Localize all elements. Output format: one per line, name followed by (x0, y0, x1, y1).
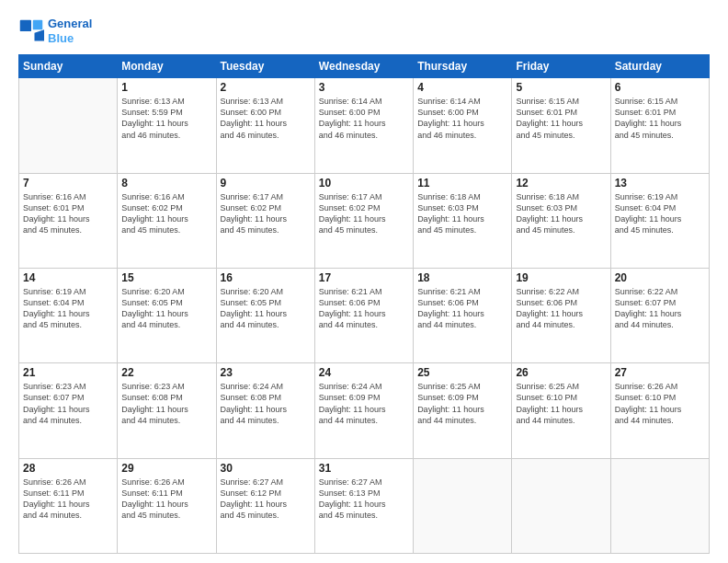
calendar-cell: 31Sunrise: 6:27 AM Sunset: 6:13 PM Dayli… (314, 458, 413, 553)
calendar-cell: 27Sunrise: 6:26 AM Sunset: 6:10 PM Dayli… (610, 363, 709, 458)
day-info: Sunrise: 6:16 AM Sunset: 6:01 PM Dayligh… (23, 191, 113, 236)
day-info: Sunrise: 6:21 AM Sunset: 6:06 PM Dayligh… (417, 286, 507, 331)
day-info: Sunrise: 6:21 AM Sunset: 6:06 PM Dayligh… (319, 286, 409, 331)
col-header-saturday: Saturday (610, 55, 709, 78)
col-header-tuesday: Tuesday (216, 55, 314, 78)
day-number: 26 (516, 366, 606, 379)
calendar-cell: 8Sunrise: 6:16 AM Sunset: 6:02 PM Daylig… (118, 173, 216, 268)
calendar-cell: 18Sunrise: 6:21 AM Sunset: 6:06 PM Dayli… (414, 268, 512, 362)
calendar-cell: 5Sunrise: 6:15 AM Sunset: 6:01 PM Daylig… (512, 78, 610, 173)
svg-marker-2 (35, 29, 45, 40)
day-number: 25 (417, 366, 507, 379)
day-info: Sunrise: 6:16 AM Sunset: 6:02 PM Dayligh… (121, 191, 211, 236)
day-number: 10 (319, 177, 409, 190)
page: General Blue SundayMondayTuesdayWednesda… (0, 0, 728, 563)
day-number: 6 (615, 81, 705, 94)
day-number: 16 (221, 271, 311, 284)
day-info: Sunrise: 6:24 AM Sunset: 6:09 PM Dayligh… (319, 381, 409, 426)
calendar-cell: 2Sunrise: 6:13 AM Sunset: 6:00 PM Daylig… (216, 78, 314, 173)
calendar-cell: 11Sunrise: 6:18 AM Sunset: 6:03 PM Dayli… (414, 173, 512, 268)
calendar-cell: 12Sunrise: 6:18 AM Sunset: 6:03 PM Dayli… (512, 173, 610, 268)
day-info: Sunrise: 6:14 AM Sunset: 6:00 PM Dayligh… (319, 96, 409, 141)
day-number: 21 (23, 366, 113, 379)
day-number: 3 (319, 81, 409, 94)
day-info: Sunrise: 6:20 AM Sunset: 6:05 PM Dayligh… (221, 286, 311, 331)
calendar-cell: 21Sunrise: 6:23 AM Sunset: 6:07 PM Dayli… (19, 363, 118, 458)
day-info: Sunrise: 6:27 AM Sunset: 6:13 PM Dayligh… (319, 477, 409, 522)
day-info: Sunrise: 6:15 AM Sunset: 6:01 PM Dayligh… (615, 96, 705, 141)
calendar-cell: 6Sunrise: 6:15 AM Sunset: 6:01 PM Daylig… (610, 78, 709, 173)
day-info: Sunrise: 6:19 AM Sunset: 6:04 PM Dayligh… (615, 191, 705, 236)
col-header-thursday: Thursday (414, 55, 512, 78)
day-info: Sunrise: 6:23 AM Sunset: 6:08 PM Dayligh… (121, 381, 211, 426)
calendar-cell: 7Sunrise: 6:16 AM Sunset: 6:01 PM Daylig… (19, 173, 118, 268)
calendar-cell: 14Sunrise: 6:19 AM Sunset: 6:04 PM Dayli… (19, 268, 118, 362)
calendar-cell: 9Sunrise: 6:17 AM Sunset: 6:02 PM Daylig… (216, 173, 314, 268)
col-header-friday: Friday (512, 55, 610, 78)
calendar-table: SundayMondayTuesdayWednesdayThursdayFrid… (18, 54, 710, 554)
day-number: 4 (417, 81, 507, 94)
day-info: Sunrise: 6:26 AM Sunset: 6:11 PM Dayligh… (121, 477, 211, 522)
day-number: 11 (417, 177, 507, 190)
day-info: Sunrise: 6:26 AM Sunset: 6:10 PM Dayligh… (615, 381, 705, 426)
calendar-cell: 15Sunrise: 6:20 AM Sunset: 6:05 PM Dayli… (118, 268, 216, 362)
logo-icon (18, 18, 44, 44)
day-info: Sunrise: 6:25 AM Sunset: 6:10 PM Dayligh… (516, 381, 606, 426)
calendar-cell: 16Sunrise: 6:20 AM Sunset: 6:05 PM Dayli… (216, 268, 314, 362)
calendar-cell: 29Sunrise: 6:26 AM Sunset: 6:11 PM Dayli… (118, 458, 216, 553)
day-number: 2 (221, 81, 311, 94)
col-header-wednesday: Wednesday (314, 55, 413, 78)
day-number: 12 (516, 177, 606, 190)
calendar-cell: 13Sunrise: 6:19 AM Sunset: 6:04 PM Dayli… (610, 173, 709, 268)
day-info: Sunrise: 6:24 AM Sunset: 6:08 PM Dayligh… (221, 381, 311, 426)
day-info: Sunrise: 6:23 AM Sunset: 6:07 PM Dayligh… (23, 381, 113, 426)
logo: General Blue (18, 17, 92, 45)
calendar-cell: 1Sunrise: 6:13 AM Sunset: 5:59 PM Daylig… (118, 78, 216, 173)
day-number: 30 (221, 462, 311, 475)
svg-rect-0 (20, 19, 31, 30)
calendar-cell: 28Sunrise: 6:26 AM Sunset: 6:11 PM Dayli… (19, 458, 118, 553)
day-number: 19 (516, 271, 606, 284)
day-info: Sunrise: 6:22 AM Sunset: 6:07 PM Dayligh… (615, 286, 705, 331)
calendar-cell: 10Sunrise: 6:17 AM Sunset: 6:02 PM Dayli… (314, 173, 413, 268)
col-header-monday: Monday (118, 55, 216, 78)
calendar-cell (19, 78, 118, 173)
calendar-cell: 19Sunrise: 6:22 AM Sunset: 6:06 PM Dayli… (512, 268, 610, 362)
day-info: Sunrise: 6:20 AM Sunset: 6:05 PM Dayligh… (121, 286, 211, 331)
day-number: 5 (516, 81, 606, 94)
day-info: Sunrise: 6:19 AM Sunset: 6:04 PM Dayligh… (23, 286, 113, 331)
calendar-cell: 26Sunrise: 6:25 AM Sunset: 6:10 PM Dayli… (512, 363, 610, 458)
day-number: 18 (417, 271, 507, 284)
day-number: 20 (615, 271, 705, 284)
day-number: 14 (23, 271, 113, 284)
calendar-cell: 23Sunrise: 6:24 AM Sunset: 6:08 PM Dayli… (216, 363, 314, 458)
day-info: Sunrise: 6:26 AM Sunset: 6:11 PM Dayligh… (23, 477, 113, 522)
day-number: 9 (221, 177, 311, 190)
day-number: 17 (319, 271, 409, 284)
calendar-cell: 17Sunrise: 6:21 AM Sunset: 6:06 PM Dayli… (314, 268, 413, 362)
calendar-cell (512, 458, 610, 553)
day-info: Sunrise: 6:25 AM Sunset: 6:09 PM Dayligh… (417, 381, 507, 426)
day-info: Sunrise: 6:15 AM Sunset: 6:01 PM Dayligh… (516, 96, 606, 141)
calendar-cell: 3Sunrise: 6:14 AM Sunset: 6:00 PM Daylig… (314, 78, 413, 173)
day-number: 27 (615, 366, 705, 379)
svg-rect-1 (33, 19, 43, 29)
day-number: 1 (121, 81, 211, 94)
day-number: 22 (121, 366, 211, 379)
day-number: 7 (23, 177, 113, 190)
day-number: 8 (121, 177, 211, 190)
calendar-cell (414, 458, 512, 553)
calendar-cell (610, 458, 709, 553)
day-number: 31 (319, 462, 409, 475)
calendar-cell: 22Sunrise: 6:23 AM Sunset: 6:08 PM Dayli… (118, 363, 216, 458)
day-number: 15 (121, 271, 211, 284)
col-header-sunday: Sunday (19, 55, 118, 78)
day-number: 23 (221, 366, 311, 379)
header: General Blue (18, 17, 710, 45)
calendar-cell: 4Sunrise: 6:14 AM Sunset: 6:00 PM Daylig… (414, 78, 512, 173)
day-info: Sunrise: 6:22 AM Sunset: 6:06 PM Dayligh… (516, 286, 606, 331)
day-number: 24 (319, 366, 409, 379)
day-info: Sunrise: 6:27 AM Sunset: 6:12 PM Dayligh… (221, 477, 311, 522)
calendar-cell: 20Sunrise: 6:22 AM Sunset: 6:07 PM Dayli… (610, 268, 709, 362)
day-info: Sunrise: 6:18 AM Sunset: 6:03 PM Dayligh… (417, 191, 507, 236)
